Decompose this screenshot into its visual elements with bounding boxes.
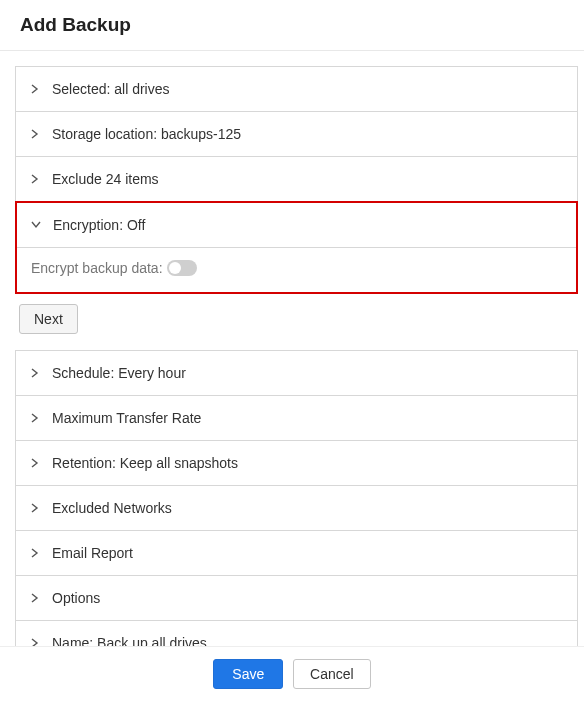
add-backup-dialog: Add Backup Selected: all drives Storage … [0, 0, 584, 703]
highlight-encryption: Encryption: Off Encrypt backup data: [15, 201, 578, 294]
chevron-right-icon [28, 458, 42, 468]
section-networks-label: Excluded Networks [52, 500, 172, 516]
section-storage-header[interactable]: Storage location: backups-125 [16, 112, 577, 156]
section-email-header[interactable]: Email Report [16, 531, 577, 575]
chevron-down-icon [29, 220, 43, 230]
section-exclude: Exclude 24 items [16, 157, 577, 202]
section-encryption-header[interactable]: Encryption: Off [17, 203, 576, 247]
encryption-panel: Encrypt backup data: [17, 248, 576, 292]
section-encryption-label: Encryption: Off [53, 217, 145, 233]
section-transfer-header[interactable]: Maximum Transfer Rate [16, 396, 577, 440]
section-networks: Excluded Networks [16, 486, 577, 531]
chevron-right-icon [28, 593, 42, 603]
section-selected-label: Selected: all drives [52, 81, 170, 97]
chevron-right-icon [28, 368, 42, 378]
chevron-right-icon [28, 548, 42, 558]
section-encryption: Encryption: Off [17, 203, 576, 248]
encrypt-data-label: Encrypt backup data: [31, 260, 163, 276]
save-button[interactable]: Save [213, 659, 283, 689]
section-schedule-header[interactable]: Schedule: Every hour [16, 351, 577, 395]
cancel-button[interactable]: Cancel [293, 659, 371, 689]
section-email-label: Email Report [52, 545, 133, 561]
section-options: Options [16, 576, 577, 621]
section-schedule-label: Schedule: Every hour [52, 365, 186, 381]
accordion-bottom: Schedule: Every hour Maximum Transfer Ra… [15, 350, 578, 646]
chevron-right-icon [28, 503, 42, 513]
chevron-right-icon [28, 129, 42, 139]
section-selected: Selected: all drives [16, 67, 577, 112]
section-networks-header[interactable]: Excluded Networks [16, 486, 577, 530]
section-exclude-label: Exclude 24 items [52, 171, 159, 187]
section-name: Name: Back up all drives [16, 621, 577, 646]
dialog-footer: Save Cancel [0, 646, 584, 703]
section-retention: Retention: Keep all snapshots [16, 441, 577, 486]
section-selected-header[interactable]: Selected: all drives [16, 67, 577, 111]
section-schedule: Schedule: Every hour [16, 351, 577, 396]
section-options-header[interactable]: Options [16, 576, 577, 620]
chevron-right-icon [28, 174, 42, 184]
dialog-body: Selected: all drives Storage location: b… [0, 51, 584, 646]
chevron-right-icon [28, 638, 42, 646]
section-email: Email Report [16, 531, 577, 576]
section-storage: Storage location: backups-125 [16, 112, 577, 157]
next-row: Next [15, 294, 578, 350]
section-transfer: Maximum Transfer Rate [16, 396, 577, 441]
section-retention-label: Retention: Keep all snapshots [52, 455, 238, 471]
next-button[interactable]: Next [19, 304, 78, 334]
chevron-right-icon [28, 84, 42, 94]
section-storage-label: Storage location: backups-125 [52, 126, 241, 142]
dialog-title: Add Backup [0, 0, 584, 51]
section-name-header[interactable]: Name: Back up all drives [16, 621, 577, 646]
section-options-label: Options [52, 590, 100, 606]
accordion-top: Selected: all drives Storage location: b… [15, 66, 578, 294]
toggle-knob [169, 262, 181, 274]
encrypt-data-toggle[interactable] [167, 260, 197, 276]
section-name-label: Name: Back up all drives [52, 635, 207, 646]
section-exclude-header[interactable]: Exclude 24 items [16, 157, 577, 201]
section-retention-header[interactable]: Retention: Keep all snapshots [16, 441, 577, 485]
section-transfer-label: Maximum Transfer Rate [52, 410, 201, 426]
chevron-right-icon [28, 413, 42, 423]
